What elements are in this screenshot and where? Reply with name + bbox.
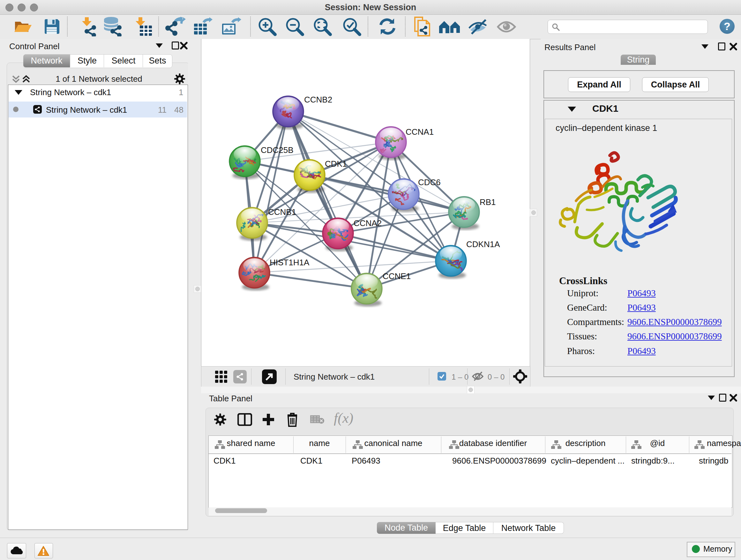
svg-text:CCNB2: CCNB2: [304, 95, 332, 105]
svg-text:CDC25B: CDC25B: [261, 145, 293, 155]
svg-text:HIST1H1A: HIST1H1A: [270, 258, 310, 267]
svg-text:CCNA2: CCNA2: [354, 219, 382, 228]
svg-text:CCNA1: CCNA1: [406, 127, 434, 137]
svg-text:RB1: RB1: [480, 197, 496, 207]
svg-text:CDK1: CDK1: [325, 159, 347, 169]
svg-text:CDKN1A: CDKN1A: [466, 240, 500, 249]
svg-text:CCNB1: CCNB1: [268, 207, 296, 217]
svg-text:CDC6: CDC6: [418, 178, 441, 187]
svg-text:CCNE1: CCNE1: [383, 271, 411, 281]
